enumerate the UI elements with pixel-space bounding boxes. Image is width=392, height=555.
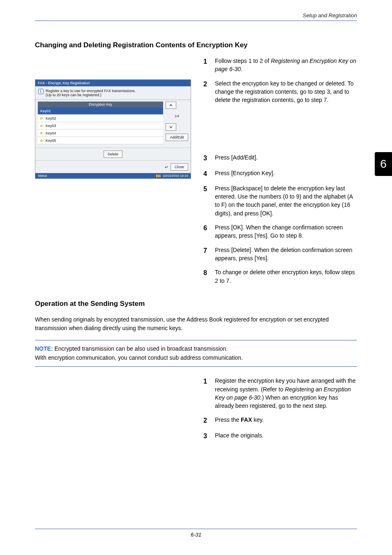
- page-footer: 6-31: [35, 529, 357, 538]
- step-number: 3: [203, 431, 215, 441]
- scroll-down-button[interactable]: [166, 123, 176, 131]
- svg-rect-7: [42, 140, 43, 141]
- svg-rect-5: [42, 133, 43, 133]
- step-number: 1: [203, 377, 215, 410]
- header-section-label: Setup and Registration: [303, 12, 357, 18]
- step-text: Press [Backspace] to delete the encrypti…: [215, 184, 357, 217]
- key-icon: [40, 132, 44, 135]
- step-text: To change or delete other encryption key…: [215, 268, 357, 285]
- battery-icon: ▮▮▮: [156, 174, 161, 178]
- panel-title: FAX - Encrypt. Key Registration: [35, 80, 191, 86]
- info-icon: i: [38, 89, 44, 94]
- step-text: Place the originals.: [215, 431, 357, 441]
- step-number: 1: [203, 57, 215, 74]
- list-item[interactable]: Key01: [38, 107, 163, 115]
- list-item[interactable]: Key05: [38, 137, 163, 144]
- step-text: Press [OK]. When the change confirmation…: [215, 223, 357, 240]
- step-text: Press the FAX key.: [215, 416, 357, 425]
- step-number: 4: [203, 169, 215, 178]
- close-button[interactable]: Close: [171, 163, 188, 171]
- list-header: Encryption Key: [38, 102, 163, 107]
- key-icon: [40, 117, 44, 120]
- list-item[interactable]: Key04: [38, 130, 163, 137]
- section1-title: Changing and Deleting Registration Conte…: [35, 41, 357, 49]
- step-text: Press [Encryption Key].: [215, 169, 357, 178]
- step-text: Register the encryption key you have arr…: [215, 377, 357, 410]
- svg-point-6: [41, 140, 42, 141]
- status-timestamp: 10/10/2010 10:10: [163, 174, 188, 178]
- svg-point-4: [41, 132, 42, 134]
- key-icon: [40, 139, 44, 142]
- encryption-panel: FAX - Encrypt. Key Registration i Regist…: [35, 79, 191, 179]
- step-number: 6: [203, 223, 215, 240]
- list-item[interactable]: Key03: [38, 122, 163, 130]
- svg-point-0: [41, 118, 42, 119]
- step-number: 8: [203, 268, 215, 285]
- section2-title: Operation at the Sending System: [35, 300, 357, 308]
- step-text: Press [Delete]. When the deletion confir…: [215, 246, 357, 263]
- step-number: 7: [203, 246, 215, 263]
- step-number: 3: [203, 153, 215, 163]
- delete-button[interactable]: Delete: [104, 150, 122, 158]
- svg-point-2: [41, 125, 42, 127]
- step-text: Select the encryption key to be changed …: [215, 79, 357, 104]
- key-icon: [40, 124, 44, 127]
- step-text: Follow steps 1 to 2 of Registering an En…: [215, 57, 357, 74]
- panel-note-line1: Register a key to use for encrypted FAX …: [46, 89, 136, 93]
- step-number: 5: [203, 184, 215, 217]
- add-edit-button[interactable]: Add/Edit: [166, 134, 188, 141]
- note-block: NOTE: Encrypted transmission can be also…: [35, 340, 357, 367]
- scroll-up-button[interactable]: [166, 102, 176, 109]
- enter-icon: ↵: [165, 165, 168, 169]
- svg-rect-1: [42, 118, 43, 118]
- page-indicator: 1/4: [166, 110, 188, 122]
- step-text: Press [Add/Edit].: [215, 153, 357, 163]
- step-number: 2: [203, 416, 215, 425]
- step-number: 2: [203, 79, 215, 104]
- chapter-tab: 6: [375, 152, 392, 176]
- list-item[interactable]: Key02: [38, 115, 163, 122]
- section2-intro: When sending originals by encrypted tran…: [35, 315, 357, 333]
- svg-rect-3: [42, 125, 43, 126]
- note-label: NOTE:: [35, 345, 53, 352]
- panel-note-line2: (Up to 20 keys can be registered.): [46, 93, 136, 97]
- status-label: Status: [38, 174, 47, 178]
